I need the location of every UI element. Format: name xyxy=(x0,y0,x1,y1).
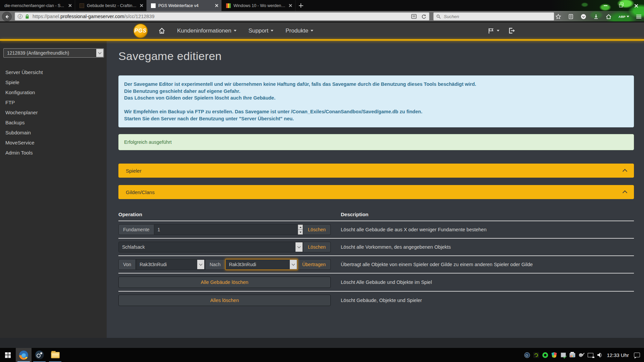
home-icon xyxy=(159,27,165,34)
url-text: https://panel.professional-gameserver.co… xyxy=(33,14,411,19)
adblock-icon[interactable]: ABP xyxy=(619,15,629,18)
taskbar-steam[interactable] xyxy=(32,348,47,362)
sidebar-item-wochenplaner[interactable]: Wochenplaner xyxy=(0,107,107,117)
server-select[interactable]: 1212839 (Anfängerfreundlich) xyxy=(3,48,104,58)
close-button[interactable] xyxy=(629,0,644,11)
nav-home[interactable] xyxy=(153,22,171,39)
sidebar-item-spiele[interactable]: Spiele xyxy=(0,77,107,87)
chevron-down-icon xyxy=(271,30,273,32)
accordion-spieler[interactable]: Spieler xyxy=(118,164,634,178)
action-center-button[interactable] xyxy=(634,352,640,358)
von-select-value: Rak3t3nRudi xyxy=(140,262,167,267)
sidebar-item-konfiguration[interactable]: Konfiguration xyxy=(0,87,107,97)
logout-icon[interactable] xyxy=(508,27,515,34)
sidebar-item-server-uebersicht[interactable]: Server Übersicht xyxy=(0,67,107,77)
sidebar-item-ftp[interactable]: FTP xyxy=(0,97,107,107)
restore-button[interactable] xyxy=(613,0,629,11)
nav-label: Support xyxy=(249,27,269,34)
nav-produkte[interactable]: Produkte xyxy=(279,22,319,39)
sidebar-item-admin-tools[interactable]: Admin Tools xyxy=(0,147,107,158)
download-icon[interactable] xyxy=(593,14,599,19)
sidebar-item-backups[interactable]: Backups xyxy=(0,117,107,127)
nav-right xyxy=(488,22,515,39)
chevron-down-icon xyxy=(234,30,236,32)
info-alert: Der Savegame Editor ist experimentell un… xyxy=(118,75,634,127)
loeschen-button[interactable]: Löschen xyxy=(303,242,331,252)
site-footer xyxy=(0,338,644,348)
new-tab-button[interactable] xyxy=(296,0,306,11)
steam-icon xyxy=(524,352,530,358)
page-body: 1212839 (Anfängerfreundlich) Server Über… xyxy=(0,41,644,348)
info-line: Die Benutzung geschieht daher auf eigene… xyxy=(124,88,628,95)
sidebar-item-subdomain[interactable]: Subdomain xyxy=(0,127,107,137)
library-icon[interactable] xyxy=(568,14,574,19)
search-bar[interactable] xyxy=(433,12,554,20)
minimize-button[interactable] xyxy=(598,0,613,11)
refresh-icon[interactable] xyxy=(421,14,426,19)
gold-accent-bar xyxy=(0,39,644,41)
home-icon[interactable] xyxy=(606,14,611,19)
nach-addon: Nach xyxy=(205,259,225,270)
chevron-down-icon xyxy=(197,260,204,269)
start-button[interactable] xyxy=(0,348,16,362)
sidebar-item-moveservice[interactable]: MoveService xyxy=(0,137,107,147)
bookmark-star-icon[interactable] xyxy=(555,14,561,19)
alles-loeschen-button[interactable]: Alles löschen xyxy=(118,295,331,306)
tray-nvidia[interactable] xyxy=(533,352,539,358)
tab-4[interactable]: Windows 10 - Wo werden ... xyxy=(222,0,296,11)
nav-support[interactable]: Support xyxy=(243,22,280,39)
taskbar-explorer[interactable] xyxy=(47,348,63,362)
tab-close-icon[interactable] xyxy=(68,4,72,7)
tab-2[interactable]: Gebäude besitz - Crafting/... xyxy=(75,0,147,11)
tray-printer[interactable] xyxy=(569,352,575,358)
reader-icon[interactable] xyxy=(411,14,417,19)
object-select[interactable]: Schlafsack xyxy=(118,242,303,252)
von-select[interactable]: Rak3t3nRudi xyxy=(136,259,205,270)
tray-package-check[interactable] xyxy=(560,352,566,358)
accordion-gilden-clans[interactable]: Gilden/Clans xyxy=(118,185,634,199)
url-bar[interactable]: i https://panel.professional-gameserver.… xyxy=(15,12,429,20)
number-spinner[interactable] xyxy=(298,225,303,235)
taskbar-firefox[interactable] xyxy=(16,348,32,362)
tray-steam[interactable] xyxy=(524,352,530,358)
tray-antivirus[interactable] xyxy=(551,352,557,358)
pocket-icon[interactable] xyxy=(581,14,586,19)
page-info-icon[interactable]: i xyxy=(18,14,22,19)
nach-select[interactable]: Rak3t3nRudi xyxy=(225,259,298,270)
chevron-up-icon xyxy=(623,190,627,195)
success-alert: Erfolgreich ausgeführt xyxy=(118,134,634,150)
page-title: Savegame editieren xyxy=(118,50,644,63)
printer-icon xyxy=(570,353,575,357)
taskbar-clock[interactable]: 12:33 Uhr xyxy=(607,352,629,358)
url-domain: professional-gameserver.com xyxy=(60,14,124,19)
object-select-value: Schlafsack xyxy=(122,244,145,250)
lock-icon[interactable] xyxy=(25,14,30,19)
search-input[interactable] xyxy=(443,14,551,19)
pgs-logo[interactable]: PGS xyxy=(133,23,148,38)
loeschen-button[interactable]: Löschen xyxy=(303,224,331,235)
nav-kundeninformationen[interactable]: Kundeninformationen xyxy=(171,22,243,39)
tray-status-ring[interactable] xyxy=(542,352,548,358)
browser-toolbar: i https://panel.professional-gameserver.… xyxy=(0,11,644,21)
alle-gebaeude-loeschen-button[interactable]: Alle Gebäude löschen xyxy=(118,277,331,288)
back-button[interactable] xyxy=(2,12,12,21)
table-row: Alle Gebäude löschen Löscht Alle Gebäude… xyxy=(118,274,634,292)
nvidia-icon xyxy=(533,352,539,358)
tab-1[interactable]: die-menschenfaenger-clan - S... xyxy=(0,0,75,11)
tray-network[interactable] xyxy=(587,352,593,358)
tab-close-icon[interactable] xyxy=(288,4,292,7)
tab-strip: die-menschenfaenger-clan - S... Gebäude … xyxy=(0,0,644,11)
fundamente-input[interactable] xyxy=(154,224,303,235)
tab-3-active[interactable]: PGS Webinterface v4 xyxy=(147,0,222,11)
menu-icon[interactable] xyxy=(636,15,641,18)
language-selector[interactable] xyxy=(488,22,499,39)
info-line xyxy=(124,102,628,109)
tray-volume[interactable] xyxy=(596,352,602,358)
tray-satellite[interactable] xyxy=(578,352,584,358)
uebertragen-button[interactable]: Übertragen xyxy=(298,259,331,270)
taskbar: 12:33 Uhr xyxy=(0,348,644,362)
tab-close-icon[interactable] xyxy=(140,4,143,7)
tab-title: PGS Webinterface v4 xyxy=(158,3,212,8)
tab-close-icon[interactable] xyxy=(215,4,218,7)
sidebar: 1212839 (Anfängerfreundlich) Server Über… xyxy=(0,41,107,338)
